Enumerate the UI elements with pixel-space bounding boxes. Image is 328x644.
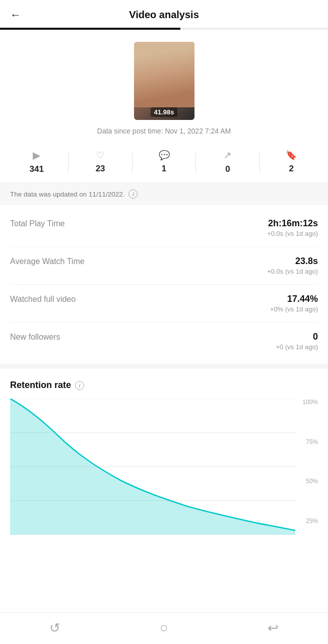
retention-title: Retention rate	[10, 380, 71, 391]
stat-plays: ▶ 341	[5, 149, 68, 174]
back-button[interactable]: ←	[10, 9, 21, 22]
retention-title-row: Retention rate i	[10, 380, 318, 391]
likes-value: 23	[96, 164, 105, 174]
y-label-50: 50%	[302, 478, 318, 485]
chart-y-labels: 100% 75% 50% 25%	[302, 399, 318, 535]
nav-icon-back[interactable]: ↩	[268, 620, 279, 636]
metric-value-average-watch-time: 23.8s	[267, 256, 318, 267]
saves-value: 2	[289, 164, 294, 174]
metrics-section: Total Play Time 2h:16m:12s +0.0s (vs 1d …	[0, 205, 328, 364]
heart-icon: ♡	[96, 150, 104, 161]
metric-change-new-followers: +0 (vs 1d ago)	[276, 343, 318, 351]
metric-change-total-play-time: +0.0s (vs 1d ago)	[267, 230, 318, 237]
comments-value: 1	[162, 164, 166, 174]
metric-label-total-play-time: Total Play Time	[10, 218, 64, 228]
play-icon: ▶	[33, 149, 40, 161]
metric-average-watch-time: Average Watch Time 23.8s +0.0s (vs 1d ag…	[10, 247, 318, 285]
metric-value-group-total-play-time: 2h:16m:12s +0.0s (vs 1d ago)	[267, 218, 318, 237]
nav-icon-loop[interactable]: ↺	[49, 620, 60, 636]
bookmark-icon: 🔖	[286, 150, 297, 161]
thumbnail-face	[134, 42, 194, 107]
comment-icon: 💬	[159, 150, 170, 161]
page-title: Video analysis	[129, 9, 199, 21]
metric-watched-full-video: Watched full video 17.44% +0% (vs 1d ago…	[10, 285, 318, 323]
video-duration: 41.98s	[151, 107, 178, 117]
metric-label-watched-full-video: Watched full video	[10, 294, 76, 304]
metric-change-average-watch-time: +0.0s (vs 1d ago)	[267, 268, 318, 275]
stat-saves: 🔖 2	[260, 150, 323, 174]
metric-label-new-followers: New followers	[10, 332, 60, 342]
stat-likes: ♡ 23	[69, 150, 132, 174]
retention-chart: 100% 75% 50% 25%	[10, 399, 318, 535]
y-label-75: 75%	[302, 438, 318, 445]
metric-total-play-time: Total Play Time 2h:16m:12s +0.0s (vs 1d …	[10, 209, 318, 247]
share-icon: ↗	[223, 149, 232, 161]
chart-svg-wrapper	[10, 399, 295, 535]
metric-value-watched-full-video: 17.44%	[270, 294, 318, 304]
retention-section: Retention rate i 100% 75% 50% 25%	[0, 369, 328, 535]
update-banner: The data was updated on 11/11/2022. i	[0, 183, 328, 205]
stat-shares: ↗ 0	[196, 149, 259, 174]
bottom-nav: ↺ ○ ↩	[0, 612, 328, 644]
retention-info-icon[interactable]: i	[75, 381, 84, 390]
retention-chart-svg	[10, 399, 295, 535]
y-label-100: 100%	[302, 399, 318, 406]
info-icon[interactable]: i	[128, 189, 138, 199]
header: ← Video analysis	[0, 0, 328, 28]
metric-value-group-average-watch-time: 23.8s +0.0s (vs 1d ago)	[267, 256, 318, 275]
nav-icon-home[interactable]: ○	[160, 620, 168, 636]
update-text: The data was updated on 11/11/2022.	[10, 190, 124, 198]
video-thumbnail[interactable]: 41.98s	[134, 42, 194, 120]
metric-value-group-watched-full-video: 17.44% +0% (vs 1d ago)	[270, 294, 318, 313]
y-label-25: 25%	[302, 518, 318, 525]
thumbnail-section: 41.98s Data since post time: Nov 1, 2022…	[0, 30, 328, 140]
stats-row: ▶ 341 ♡ 23 💬 1 ↗ 0 🔖 2	[0, 140, 328, 183]
metric-value-total-play-time: 2h:16m:12s	[267, 218, 318, 229]
stat-comments: 💬 1	[133, 150, 195, 174]
post-date-label: Data since post time: Nov 1, 2022 7:24 A…	[97, 127, 231, 135]
metric-change-watched-full-video: +0% (vs 1d ago)	[270, 305, 318, 313]
shares-value: 0	[225, 164, 230, 174]
metric-new-followers: New followers 0 +0 (vs 1d ago)	[10, 323, 318, 360]
section-separator	[0, 364, 328, 369]
metric-label-average-watch-time: Average Watch Time	[10, 256, 85, 266]
metric-value-new-followers: 0	[276, 332, 318, 342]
metric-value-group-new-followers: 0 +0 (vs 1d ago)	[276, 332, 318, 351]
plays-value: 341	[30, 164, 44, 174]
